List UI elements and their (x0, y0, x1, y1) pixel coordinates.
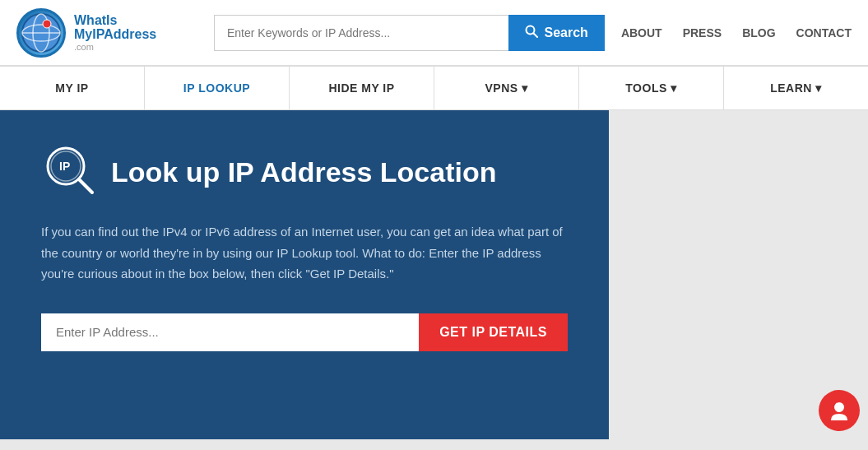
svg-line-10 (79, 179, 92, 193)
nav-item-vpns[interactable]: VPNS ▾ (434, 67, 579, 109)
header: WhatIs MyIPAddress .com Search ABOUT PRE… (0, 0, 868, 66)
ip-lookup-icon: IP (41, 143, 99, 201)
logo-text: WhatIs MyIPAddress .com (74, 13, 156, 52)
svg-point-4 (43, 20, 51, 28)
sidebar-area (609, 110, 868, 439)
svg-text:IP: IP (59, 160, 70, 173)
ip-input-row: GET IP DETAILS (41, 313, 568, 351)
svg-point-11 (834, 402, 844, 412)
header-nav: ABOUT PRESS BLOG CONTACT (621, 26, 852, 39)
nav-item-tools[interactable]: TOOLS ▾ (579, 67, 724, 109)
search-button-label: Search (545, 26, 588, 40)
ip-address-input[interactable] (41, 313, 419, 351)
hero-section: IP Look up IP Address Location If you ca… (0, 110, 609, 439)
nav-item-hidemyip[interactable]: HIDE MY IP (290, 67, 434, 109)
nav-item-myip[interactable]: MY IP (0, 67, 145, 109)
main-content: IP Look up IP Address Location If you ca… (0, 110, 868, 439)
nav-link-blog[interactable]: BLOG (742, 26, 775, 39)
sidebar-circle-icon (819, 390, 860, 431)
hero-description: If you can find out the IPv4 or IPv6 add… (41, 221, 568, 285)
search-button[interactable]: Search (508, 15, 605, 51)
get-ip-details-button[interactable]: GET IP DETAILS (419, 313, 568, 351)
search-input[interactable] (214, 15, 508, 51)
search-area: Search (214, 15, 605, 51)
nav-link-about[interactable]: ABOUT (621, 26, 662, 39)
logo-whatismyipaddress: WhatIs (74, 13, 156, 28)
hero-title: Look up IP Address Location (111, 156, 497, 188)
logo-com: .com (74, 42, 156, 52)
nav-item-iplookup[interactable]: IP LOOKUP (145, 67, 290, 109)
logo-icon (16, 8, 66, 58)
main-navbar: MY IP IP LOOKUP HIDE MY IP VPNS ▾ TOOLS … (0, 66, 868, 110)
search-icon (525, 25, 538, 41)
svg-line-6 (533, 33, 537, 37)
hero-title-area: IP Look up IP Address Location (41, 143, 568, 201)
logo-myipaddress: MyIPAddress (74, 27, 156, 42)
logo-area[interactable]: WhatIs MyIPAddress .com (16, 8, 197, 58)
nav-item-learn[interactable]: LEARN ▾ (724, 67, 868, 109)
nav-link-contact[interactable]: CONTACT (796, 26, 852, 39)
nav-link-press[interactable]: PRESS (683, 26, 722, 39)
